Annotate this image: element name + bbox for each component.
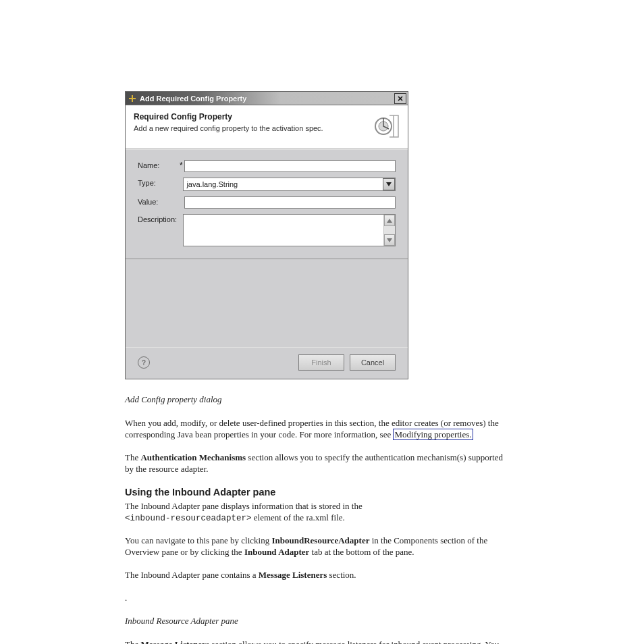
description-field-wrap — [183, 214, 396, 246]
banner-icon — [371, 112, 400, 140]
type-label: Type: — [138, 178, 179, 187]
svg-rect-1 — [132, 95, 133, 102]
text: tab at the bottom of the pane. — [312, 547, 414, 557]
window-title: Add Required Config Property — [140, 95, 394, 103]
app-icon — [128, 94, 137, 103]
text: The Inbound Adapter pane contains a — [125, 570, 259, 580]
document-body: Add Config property dialog When you add,… — [125, 394, 510, 644]
text: section. — [329, 570, 356, 580]
text: You can navigate to this pane by clickin… — [125, 535, 271, 545]
figure-caption: Add Config property dialog — [125, 394, 510, 406]
value-label: Value: — [138, 196, 180, 206]
paragraph: You can navigate to this pane by clickin… — [125, 535, 510, 558]
text: element of the ra.xml file. — [254, 512, 345, 522]
code: <inbound-resourceadapter> — [125, 514, 252, 523]
heading-inbound-adapter: Using the Inbound Adapter pane — [125, 486, 510, 499]
scroll-up-icon[interactable] — [384, 215, 395, 226]
text: The Inbound Adapter pane displays inform… — [125, 501, 363, 511]
description-label: Description: — [138, 214, 179, 223]
dialog-banner: Required Config Property Add a new requi… — [126, 105, 408, 149]
text: The — [125, 452, 140, 462]
add-config-property-dialog: Add Required Config Property Required Co… — [125, 91, 408, 379]
paragraph: The Authentication Mechanisms section al… — [125, 452, 510, 475]
button-bar: ? Finish Cancel — [126, 347, 408, 379]
term: Inbound Adapter — [244, 547, 309, 557]
term: Authentication Mechanisms — [140, 452, 246, 462]
scroll-track[interactable] — [384, 226, 395, 234]
text: The — [125, 639, 140, 644]
figure-caption: Inbound Resource Adapter pane — [125, 616, 510, 627]
term: Message Listeners — [140, 639, 209, 644]
scroll-down-icon[interactable] — [384, 234, 395, 246]
paragraph: The Inbound Adapter pane displays inform… — [125, 501, 510, 524]
type-select[interactable]: java.lang.String — [183, 178, 396, 191]
value-field[interactable] — [184, 196, 396, 209]
close-icon[interactable] — [394, 93, 406, 104]
banner-description: Add a new required config property to th… — [134, 124, 366, 132]
link-modifying-properties[interactable]: Modifying properties. — [393, 429, 473, 440]
name-field[interactable] — [184, 160, 396, 172]
titlebar[interactable]: Add Required Config Property — [126, 92, 408, 105]
paragraph: The Inbound Adapter pane contains a Mess… — [125, 570, 510, 581]
required-marker: * — [180, 160, 184, 170]
description-field[interactable] — [184, 215, 383, 246]
scrollbar[interactable] — [383, 215, 395, 246]
paragraph: When you add, modify, or delete user-def… — [125, 418, 510, 441]
name-label: Name: — [138, 160, 180, 169]
help-icon[interactable]: ? — [138, 356, 150, 369]
term: Message Listeners — [259, 570, 327, 580]
cancel-button[interactable]: Cancel — [350, 354, 396, 371]
term: InboundResourceAdapter — [271, 535, 369, 545]
form-area: Name: * Type: java.lang.String Value: — [126, 149, 408, 259]
chevron-down-icon[interactable] — [383, 178, 395, 190]
dialog-spacer — [126, 259, 408, 347]
banner-heading: Required Config Property — [134, 112, 366, 122]
paragraph: The Message Listeners section allows you… — [125, 639, 510, 644]
paragraph: . — [125, 593, 510, 604]
finish-button[interactable]: Finish — [298, 354, 344, 371]
type-selected-value: java.lang.String — [184, 180, 383, 188]
